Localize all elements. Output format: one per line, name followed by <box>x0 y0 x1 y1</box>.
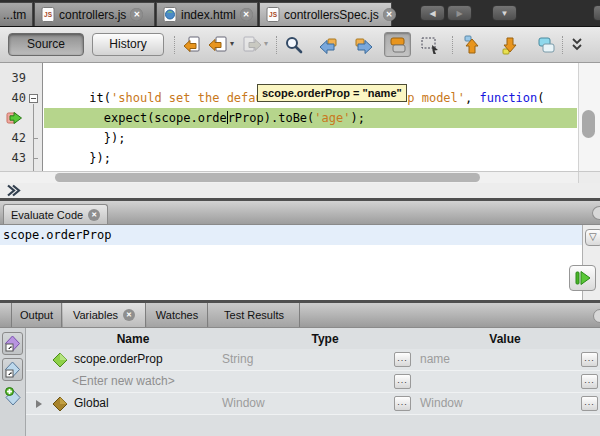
watch-diamond-icon <box>52 352 68 368</box>
value-ellipsis-button[interactable]: ... <box>581 374 598 389</box>
type-ellipsis-button[interactable]: ... <box>394 374 411 389</box>
column-header-type[interactable]: Type <box>240 330 410 348</box>
evaluate-run-button[interactable] <box>569 265 596 291</box>
column-header-value[interactable]: Value <box>420 330 590 348</box>
variables-row-new-watch[interactable]: <Enter new watch> ... ... <box>26 371 600 393</box>
tab-output[interactable]: Output <box>11 303 62 327</box>
evaluate-run-icon <box>574 269 592 287</box>
tab-label: Evaluate Code <box>11 209 83 221</box>
tab-scroll-left-button[interactable]: ◀ <box>420 5 445 21</box>
editor-vertical-scrollbar[interactable] <box>578 63 600 171</box>
code-segment-string: 'age' <box>314 111 350 125</box>
variable-value: name <box>420 349 450 370</box>
code-segment: }); <box>46 131 125 145</box>
code-segment: }); <box>46 151 111 165</box>
highlight-icon <box>388 35 408 55</box>
tab-evaluate-code[interactable]: Evaluate Code ✕ <box>3 204 108 224</box>
code-editor[interactable]: 39 40 42 43 44 it('should set the defaul… <box>0 63 600 171</box>
bottom-panel-tab-bar: Output Variables ✕ Watches Test Results <box>0 303 600 328</box>
evaluate-code-editor[interactable]: scope.orderProp ▽ <box>0 225 600 300</box>
panel-minimize-button-partial[interactable] <box>592 206 600 220</box>
back-dropdown-icon[interactable]: ▾ <box>230 39 234 48</box>
global-diamond-icon <box>52 396 68 412</box>
forward-dropdown-icon[interactable]: ▾ <box>264 39 268 48</box>
code-line-42: }); <box>44 128 577 148</box>
editor-gutter[interactable]: 39 40 42 43 44 <box>0 63 43 171</box>
toolbar-separator <box>562 36 563 54</box>
type-ellipsis-button[interactable]: ... <box>394 396 411 411</box>
panel-minimize-button-partial[interactable] <box>593 309 600 323</box>
tab-list-dropdown-button[interactable]: ▼ <box>492 5 517 21</box>
enter-new-watch-placeholder[interactable]: <Enter new watch> <box>72 371 175 392</box>
source-view-button[interactable]: Source <box>8 33 84 56</box>
find-selection-icon[interactable] <box>284 35 304 55</box>
show-evaluation-result-toggle-button[interactable] <box>2 358 23 381</box>
variables-row-global[interactable]: Global Window ... Window ... <box>26 393 600 415</box>
next-occurrence-icon[interactable] <box>354 35 374 55</box>
tab-watches[interactable]: Watches <box>147 303 208 327</box>
close-icon[interactable]: ✕ <box>88 209 100 221</box>
last-edit-location-icon[interactable] <box>182 35 202 55</box>
debugger-value-tooltip: scope.orderProp = "name" <box>257 84 407 102</box>
column-header-name[interactable]: Name <box>26 330 240 348</box>
editor-toolbar: Source History ▾ ▾ <box>0 27 600 63</box>
breadcrumb-strip <box>0 183 600 198</box>
fold-end-tick <box>33 158 38 159</box>
code-line-43: }); <box>44 148 577 168</box>
expression-history-button[interactable]: ▽ <box>585 229 600 246</box>
forward-navigation-icon[interactable] <box>242 35 262 55</box>
toggle-highlight-button-pressed[interactable] <box>384 32 411 57</box>
code-segment: it( <box>46 91 111 105</box>
tab-label: Test Results <box>224 309 284 321</box>
js-file-icon: JS <box>41 7 55 22</box>
scrollbar-thumb[interactable] <box>55 173 480 182</box>
show-watches-toggle-button[interactable] <box>2 332 23 355</box>
scrollbar-thumb[interactable] <box>582 110 595 138</box>
new-watch-button[interactable] <box>3 386 22 405</box>
tab-label: controllers.js <box>59 8 126 22</box>
variables-panel: Name Type Value scope.orderProp String .… <box>0 328 600 436</box>
toggle-bookmark-icon[interactable] <box>536 35 556 55</box>
watches-diamond-icon <box>4 335 21 352</box>
close-icon[interactable]: ✕ <box>130 8 143 21</box>
variable-name: Global <box>74 393 109 414</box>
fold-collapse-icon[interactable] <box>29 94 38 103</box>
new-watch-diamond-icon <box>4 387 22 405</box>
variable-value: Window <box>420 393 463 414</box>
previous-bookmark-icon[interactable] <box>462 35 482 55</box>
value-ellipsis-button[interactable]: ... <box>581 396 598 411</box>
svg-text:JS: JS <box>44 11 53 18</box>
tab-variables-active[interactable]: Variables ✕ <box>63 303 146 327</box>
code-segment: , <box>465 91 479 105</box>
evaluate-expression-input[interactable]: scope.orderProp <box>0 225 582 245</box>
tab-truncated[interactable]: ...tm <box>0 2 33 26</box>
tab-extra-button[interactable] <box>593 5 600 21</box>
editor-horizontal-scrollbar[interactable] <box>0 171 600 183</box>
value-ellipsis-button[interactable]: ... <box>581 352 598 367</box>
variables-row-scope-orderprop[interactable]: scope.orderProp String ... name ... <box>26 349 600 371</box>
close-icon[interactable]: ✕ <box>240 8 253 21</box>
previous-occurrence-icon[interactable] <box>318 35 338 55</box>
close-icon[interactable]: ✕ <box>123 309 135 321</box>
toolbar-overflow-icon[interactable] <box>570 35 584 55</box>
history-view-button[interactable]: History <box>92 33 164 56</box>
tab-test-results[interactable]: Test Results <box>209 303 300 327</box>
tab-index-html[interactable]: index.html ✕ <box>156 2 258 26</box>
expand-icon[interactable] <box>36 400 42 408</box>
tab-scroll-right-button[interactable]: ▶ <box>447 5 472 21</box>
next-bookmark-icon[interactable] <box>500 35 520 55</box>
tab-controllers-js[interactable]: JS controllers.js ✕ <box>34 2 155 26</box>
code-segment: ); <box>350 111 364 125</box>
tab-label: index.html <box>181 8 236 22</box>
type-ellipsis-button[interactable]: ... <box>394 352 411 367</box>
tab-label: Variables <box>73 309 118 321</box>
evaluation-diamond-icon <box>4 361 21 378</box>
breadcrumb-chevron-icon[interactable] <box>6 184 22 197</box>
close-icon[interactable]: ✕ <box>383 8 396 21</box>
tab-label: Output <box>20 309 53 321</box>
fold-end-tick <box>33 138 38 139</box>
tab-controllersspec-js-active[interactable]: JS controllersSpec.js ✕ <box>259 2 392 26</box>
rectangular-selection-icon[interactable] <box>420 35 440 55</box>
back-navigation-icon[interactable] <box>208 35 228 55</box>
svg-text:JS: JS <box>269 11 278 18</box>
